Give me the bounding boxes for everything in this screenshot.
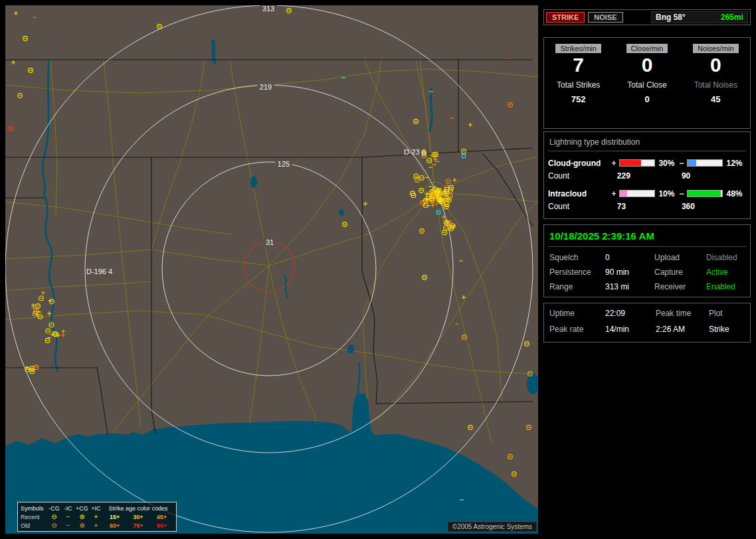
legend-pos-cg-header: +CG xyxy=(75,505,89,512)
legend-header-row: Symbols -CG -IC +CG +IC Strike age color… xyxy=(21,504,173,512)
age-75-label: 75+ xyxy=(133,522,143,529)
bearing-value: Bng 58° xyxy=(656,13,686,22)
map-legend: Symbols -CG -IC +CG +IC Strike age color… xyxy=(17,502,177,532)
plus-sign: + xyxy=(611,189,617,198)
capture-label: Capture xyxy=(654,268,706,277)
close-rate-value: 0 xyxy=(642,54,653,76)
upload-label: Upload xyxy=(654,253,706,262)
lightning-map[interactable]: 31321912531D-23 6D-196 4 Symbols -CG -IC… xyxy=(5,5,538,534)
svg-text:D-23 6: D-23 6 xyxy=(404,148,426,156)
svg-text:313: 313 xyxy=(262,5,274,13)
cg-count-label: Count xyxy=(548,171,617,183)
age-60-label: 60+ xyxy=(110,522,120,529)
strikes-per-min-button[interactable]: Strikes/min xyxy=(555,44,601,53)
upload-value: Disabled xyxy=(706,253,746,262)
cg-minus-count: 90 xyxy=(682,171,746,183)
side-panel: STRIKE NOISE Bng 58° 265mi Strikes/min 7… xyxy=(543,5,752,534)
cg-plus-pct: 30% xyxy=(657,159,678,168)
recent-neg-cg-icon: ⊖ xyxy=(47,514,61,520)
plot-value: Strike xyxy=(709,325,746,334)
close-column: Close/min 0 Total Close 0 xyxy=(613,38,681,128)
intracloud-row: Intracloud + 10% − 48% xyxy=(548,188,746,199)
noises-column: Noises/min 0 Total Noises 45 xyxy=(682,38,750,128)
capture-value: Active xyxy=(706,268,746,277)
legend-recent-label: Recent xyxy=(21,514,47,520)
ic-plus-bar xyxy=(619,190,655,197)
cloud-ground-label: Cloud-ground xyxy=(548,159,611,168)
legend-symbols-header: Symbols xyxy=(21,505,47,512)
total-close-value: 0 xyxy=(644,94,649,104)
distribution-title: Lightning type distribution xyxy=(548,136,746,151)
age-90-label: 90+ xyxy=(157,522,167,529)
total-noises-value: 45 xyxy=(711,94,720,104)
svg-text:219: 219 xyxy=(260,83,272,91)
legend-neg-ic-header: -IC xyxy=(61,505,75,512)
squelch-value: 0 xyxy=(605,253,654,262)
persistence-value: 90 min xyxy=(605,268,654,277)
ic-minus-pct: 48% xyxy=(725,189,746,198)
svg-text:125: 125 xyxy=(278,160,290,168)
svg-text:D-196 4: D-196 4 xyxy=(86,268,112,275)
peak-rate-label: Peak rate xyxy=(549,325,605,334)
intracloud-count-row: Count 73 360 xyxy=(548,202,746,213)
datetime-display: 10/18/2025 2:39:16 AM xyxy=(548,228,746,247)
old-neg-ic-icon: − xyxy=(61,522,75,529)
noise-indicator[interactable]: NOISE xyxy=(588,12,622,23)
peak-time-label: Peak time xyxy=(656,309,709,318)
legend-neg-cg-header: -CG xyxy=(47,505,61,512)
recent-neg-ic-icon: − xyxy=(61,514,75,520)
total-strikes-label: Total Strikes xyxy=(557,80,600,90)
total-noises-label: Total Noises xyxy=(694,80,737,90)
age-15-label: 15+ xyxy=(110,514,120,520)
uptime-label: Uptime xyxy=(549,309,605,318)
ic-minus-bar xyxy=(687,190,723,197)
cg-minus-bar xyxy=(687,159,723,167)
total-strikes-value: 752 xyxy=(571,94,586,104)
alert-bar: STRIKE NOISE Bng 58° 265mi xyxy=(543,9,751,25)
ic-plus-pct: 10% xyxy=(657,189,678,198)
strikes-rate-value: 7 xyxy=(573,54,584,76)
uptime-value: 22:09 xyxy=(605,309,656,318)
old-neg-cg-icon: ⊖ xyxy=(47,522,61,529)
app-window: 31321912531D-23 6D-196 4 Symbols -CG -IC… xyxy=(0,0,756,539)
lightning-distribution-panel: Lightning type distribution Cloud-ground… xyxy=(543,131,751,219)
noises-per-min-button[interactable]: Noises/min xyxy=(693,44,738,53)
old-pos-ic-icon: + xyxy=(89,522,103,529)
receiver-label: Receiver xyxy=(654,282,706,291)
cg-plus-bar xyxy=(619,159,655,167)
noises-rate-value: 0 xyxy=(710,54,721,76)
squelch-label: Squelch xyxy=(549,253,605,262)
range-value: 313 mi xyxy=(605,282,654,291)
peak-time-value: 2:26 AM xyxy=(656,325,709,334)
legend-age-header: Strike age color codes xyxy=(103,505,173,512)
close-per-min-button[interactable]: Close/min xyxy=(626,44,668,53)
range-label: Range xyxy=(549,282,605,291)
cg-plus-count: 229 xyxy=(617,171,682,183)
legend-old-row: Old ⊖ − ⊕ + 60+ 75+ 90+ xyxy=(21,521,173,530)
legend-pos-ic-header: +IC xyxy=(89,505,103,512)
total-close-label: Total Close xyxy=(627,80,666,90)
cg-minus-pct: 12% xyxy=(725,159,746,168)
age-45-label: 45+ xyxy=(157,514,167,520)
persistence-label: Persistence xyxy=(549,268,605,277)
peak-rate-value: 14/min xyxy=(605,325,656,334)
ic-plus-count: 73 xyxy=(617,202,682,213)
strike-indicator[interactable]: STRIKE xyxy=(546,12,585,23)
recent-pos-cg-icon: ⊕ xyxy=(75,514,89,520)
distance-value: 265mi xyxy=(721,13,743,22)
svg-text:31: 31 xyxy=(266,238,274,246)
copyright-label: ©2005 Astrogenic Systems xyxy=(448,522,537,532)
minus-sign: − xyxy=(678,189,685,198)
recent-pos-ic-icon: + xyxy=(89,514,103,520)
plus-sign: + xyxy=(611,159,617,168)
plot-label: Plot xyxy=(709,309,746,318)
minus-sign: − xyxy=(678,159,685,168)
bearing-readout: Bng 58° 265mi xyxy=(651,11,748,23)
strikes-column: Strikes/min 7 Total Strikes 752 xyxy=(544,38,613,128)
map-canvas: 31321912531D-23 6D-196 4 xyxy=(5,5,538,534)
ic-count-label: Count xyxy=(548,202,617,213)
cloud-ground-count-row: Count 229 90 xyxy=(548,171,746,183)
cloud-ground-row: Cloud-ground + 30% − 12% xyxy=(548,157,746,169)
intracloud-label: Intracloud xyxy=(548,189,611,198)
rate-stats-panel: Strikes/min 7 Total Strikes 752 Close/mi… xyxy=(543,37,751,129)
